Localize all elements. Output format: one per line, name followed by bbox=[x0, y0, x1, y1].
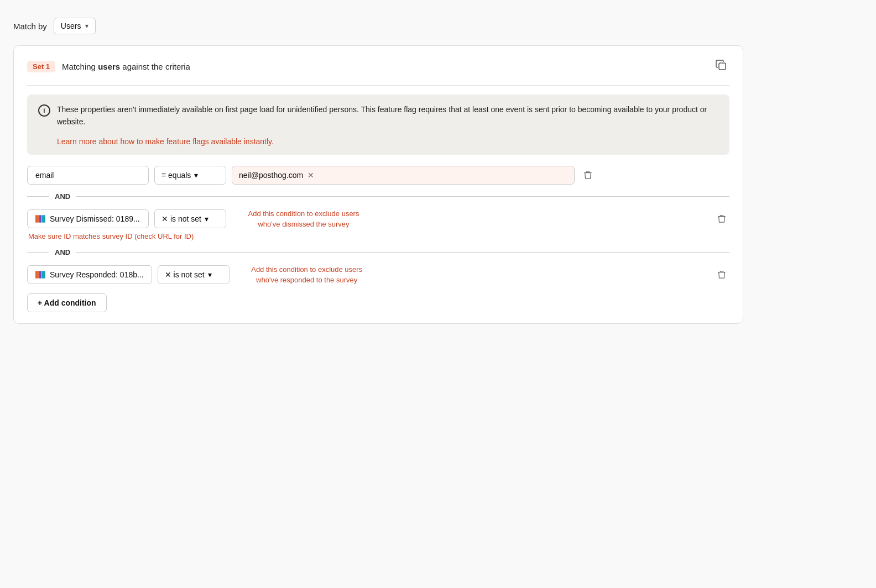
trash-icon-2 bbox=[717, 214, 726, 223]
condition-operator-2[interactable]: ✕ is not set ▾ bbox=[154, 209, 226, 228]
set-card: Set 1 Matching users against the criteri… bbox=[13, 45, 743, 324]
condition-field-3[interactable]: Survey Responded: 018b... bbox=[27, 265, 152, 284]
and-separator-1: AND bbox=[27, 192, 729, 201]
set-header: Set 1 Matching users against the criteri… bbox=[27, 57, 729, 76]
info-icon: i bbox=[38, 104, 50, 117]
survey-icon-2 bbox=[35, 215, 45, 223]
condition-block-2: Survey Dismissed: 0189... ✕ is not set ▾… bbox=[27, 208, 729, 240]
and-line-right-1 bbox=[76, 196, 729, 197]
info-banner: i These properties aren't immediately av… bbox=[27, 95, 729, 155]
condition-field-1[interactable]: email bbox=[27, 166, 149, 185]
info-banner-text: These properties aren't immediately avai… bbox=[57, 103, 718, 128]
match-by-value: Users bbox=[61, 22, 81, 30]
svg-rect-3 bbox=[42, 216, 45, 223]
condition-operator-3[interactable]: ✕ is not set ▾ bbox=[158, 265, 230, 284]
match-by-label: Match by bbox=[13, 22, 47, 31]
and-separator-2: AND bbox=[27, 248, 729, 256]
match-by-dropdown[interactable]: Users ▾ bbox=[54, 18, 96, 34]
condition-block-3: Survey Responded: 018b... ✕ is not set ▾… bbox=[27, 264, 729, 286]
copy-set-button[interactable] bbox=[713, 57, 729, 76]
condition-row-1: email = equals ▾ neil@posthog.com ✕ bbox=[27, 166, 729, 185]
value-text-1: neil@posthog.com bbox=[239, 171, 303, 180]
and-line-left-1 bbox=[27, 196, 49, 197]
copy-icon bbox=[715, 59, 727, 71]
field-value-1: email bbox=[35, 171, 54, 180]
operator-label-2: ✕ is not set bbox=[161, 214, 201, 223]
and-line-right-2 bbox=[76, 252, 729, 253]
trash-icon-1 bbox=[583, 171, 592, 180]
svg-rect-2 bbox=[39, 216, 42, 223]
svg-rect-0 bbox=[719, 63, 726, 70]
set-badge: Set 1 bbox=[27, 61, 55, 72]
condition-row-2: Survey Dismissed: 0189... ✕ is not set ▾… bbox=[27, 208, 729, 230]
chevron-down-icon: ▾ bbox=[85, 22, 88, 30]
svg-rect-5 bbox=[39, 271, 42, 279]
delete-condition-3[interactable] bbox=[714, 267, 729, 282]
svg-rect-4 bbox=[35, 271, 39, 279]
set-title-bold: users bbox=[98, 62, 120, 71]
condition-value-1: neil@posthog.com ✕ bbox=[232, 166, 575, 185]
clear-value-1[interactable]: ✕ bbox=[307, 171, 314, 180]
add-condition-button[interactable]: + Add condition bbox=[27, 293, 107, 312]
delete-condition-2[interactable] bbox=[714, 211, 729, 227]
header-divider bbox=[27, 85, 729, 86]
delete-condition-1[interactable] bbox=[580, 167, 596, 183]
chevron-down-icon-op3: ▾ bbox=[208, 270, 212, 279]
set-title: Matching users against the criteria bbox=[62, 62, 190, 71]
set-header-left: Set 1 Matching users against the criteri… bbox=[27, 61, 190, 72]
condition-hint-2: Add this condition to exclude users who'… bbox=[237, 208, 370, 230]
info-banner-link[interactable]: Learn more about how to make feature fla… bbox=[57, 137, 274, 146]
condition-field-2[interactable]: Survey Dismissed: 0189... bbox=[27, 209, 149, 228]
condition-row-3: Survey Responded: 018b... ✕ is not set ▾… bbox=[27, 264, 729, 286]
set-title-pre: Matching bbox=[62, 62, 98, 71]
info-content: These properties aren't immediately avai… bbox=[57, 103, 718, 146]
field-value-2: Survey Dismissed: 0189... bbox=[50, 214, 140, 223]
chevron-down-icon-op1: ▾ bbox=[194, 171, 198, 180]
set-title-post: against the criteria bbox=[120, 62, 190, 71]
survey-icon-3 bbox=[35, 271, 45, 279]
operator-label-1: = equals bbox=[161, 171, 191, 180]
operator-label-3: ✕ is not set bbox=[165, 270, 205, 279]
and-line-left-2 bbox=[27, 252, 49, 253]
condition-hint-3: Add this condition to exclude users who'… bbox=[241, 264, 373, 286]
and-label-1: AND bbox=[55, 192, 70, 201]
trash-icon-3 bbox=[717, 270, 726, 279]
hint-below-2: Make sure ID matches survey ID (check UR… bbox=[28, 232, 729, 240]
and-label-2: AND bbox=[55, 248, 70, 256]
field-value-3: Survey Responded: 018b... bbox=[50, 270, 144, 279]
match-by-row: Match by Users ▾ bbox=[13, 18, 863, 34]
chevron-down-icon-op2: ▾ bbox=[205, 214, 208, 223]
svg-rect-6 bbox=[42, 271, 45, 279]
svg-rect-1 bbox=[35, 216, 39, 223]
condition-operator-1[interactable]: = equals ▾ bbox=[154, 166, 226, 185]
